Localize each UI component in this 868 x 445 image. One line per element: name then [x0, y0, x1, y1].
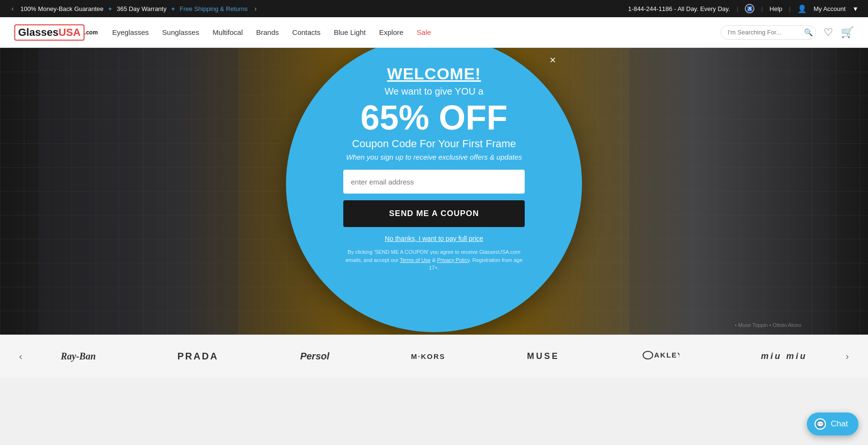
- popup-welcome: WELCOME!: [387, 65, 481, 83]
- close-button[interactable]: ×: [550, 55, 556, 65]
- terms-link[interactable]: Terms of Use: [400, 257, 431, 263]
- nav-bar: GlassesUSA .com Eyeglasses Sunglasses Mu…: [0, 17, 868, 48]
- no-thanks-link[interactable]: No thanks, I want to pay full price: [385, 235, 483, 242]
- brand-next-button[interactable]: ›: [841, 351, 854, 362]
- nav-brands[interactable]: Brands: [256, 28, 279, 36]
- brand-prev-button[interactable]: ‹: [14, 351, 27, 362]
- popup-subtitle: We want to give YOU a: [384, 86, 483, 97]
- brand-oakley[interactable]: AKLEY: [641, 348, 679, 364]
- chat-label: Chat: [831, 419, 848, 429]
- brand-persol[interactable]: Persol: [300, 351, 329, 362]
- popup: × WELCOME! We want to give YOU a 65% OFF…: [286, 48, 582, 332]
- cart-icon[interactable]: 🛒: [841, 26, 854, 39]
- logo-usa-text: USA: [58, 26, 80, 39]
- promo-next-button[interactable]: ›: [253, 5, 259, 12]
- accessibility-icon[interactable]: ♿: [745, 4, 754, 13]
- brands-list: Ray-Ban PRADA Persol M·KORS MUSE AKLEY m…: [27, 348, 841, 364]
- privacy-link[interactable]: Privacy Policy: [437, 257, 469, 263]
- svg-point-0: [643, 351, 653, 359]
- top-bar-promo: ‹ 100% Money-Back Guarantee + 365 Day Wa…: [10, 5, 258, 12]
- svg-text:AKLEY: AKLEY: [654, 351, 679, 359]
- nav-sale[interactable]: Sale: [417, 28, 431, 36]
- brand-prada[interactable]: PRADA: [178, 351, 219, 362]
- nav-multifocal[interactable]: Multifocal: [212, 28, 243, 36]
- brand-bar: ‹ Ray-Ban PRADA Persol M·KORS MUSE AKLEY…: [0, 335, 868, 378]
- email-input[interactable]: [343, 170, 525, 194]
- nav-explore[interactable]: Explore: [379, 28, 403, 36]
- search-input[interactable]: [728, 29, 804, 36]
- popup-discount: 65% OFF: [360, 99, 508, 137]
- account-chevron[interactable]: ▼: [852, 5, 858, 12]
- account-button[interactable]: My Account: [814, 5, 846, 12]
- send-coupon-button[interactable]: SEND ME A COUPON: [343, 200, 525, 227]
- nav-right: 🔍 ♡ 🛒: [720, 25, 854, 40]
- brand-rayban[interactable]: Ray-Ban: [61, 351, 95, 362]
- nav-sunglasses[interactable]: Sunglasses: [162, 28, 200, 36]
- shipping-text: Free Shipping & Returns: [180, 5, 247, 12]
- popup-disclaimer: By clicking 'SEND ME A COUPON' you agree…: [343, 248, 525, 272]
- help-link[interactable]: Help: [770, 5, 783, 12]
- warranty-text: 365 Day Warranty: [116, 5, 166, 12]
- plus2: +: [171, 5, 175, 12]
- guarantee-text: 100% Money-Back Guarantee: [21, 5, 104, 12]
- nav-links: Eyeglasses Sunglasses Multifocal Brands …: [112, 28, 720, 36]
- top-bar-right: 1-844-244-1186 - All Day. Every Day. | ♿…: [628, 4, 858, 13]
- nav-contacts[interactable]: Contacts: [292, 28, 320, 36]
- popup-coupon-text: Coupon Code For Your First Frame: [352, 138, 516, 150]
- promo-prev-button[interactable]: ‹: [10, 5, 16, 12]
- logo-com-text: .com: [85, 29, 98, 36]
- logo-glasses-text: Glasses: [18, 26, 58, 39]
- brand-miu[interactable]: miu miu: [761, 351, 807, 361]
- phone-text: 1-844-244-1186 - All Day. Every Day.: [628, 5, 730, 12]
- brand-muse[interactable]: MUSE: [527, 351, 560, 361]
- oakley-logo-icon: AKLEY: [641, 348, 679, 362]
- top-bar: ‹ 100% Money-Back Guarantee + 365 Day Wa…: [0, 0, 868, 17]
- plus1: +: [108, 5, 112, 12]
- logo[interactable]: GlassesUSA .com: [14, 24, 98, 41]
- wishlist-icon[interactable]: ♡: [824, 26, 833, 39]
- brand-michaelkors[interactable]: M·KORS: [411, 352, 445, 360]
- search-box: 🔍: [720, 25, 816, 40]
- nav-eyeglasses[interactable]: Eyeglasses: [112, 28, 149, 36]
- chat-button[interactable]: 💬 Chat: [807, 412, 858, 435]
- user-icon: 👤: [797, 4, 807, 13]
- hero-section: • Muse Toppin • Ottoto Alceo × WELCOME! …: [0, 48, 868, 335]
- nav-bluelight[interactable]: Blue Light: [334, 28, 366, 36]
- popup-italic: When you sign up to receive exclusive of…: [346, 153, 522, 161]
- search-icon[interactable]: 🔍: [804, 28, 813, 37]
- chat-icon: 💬: [815, 418, 826, 430]
- modal-overlay: × WELCOME! We want to give YOU a 65% OFF…: [0, 48, 868, 335]
